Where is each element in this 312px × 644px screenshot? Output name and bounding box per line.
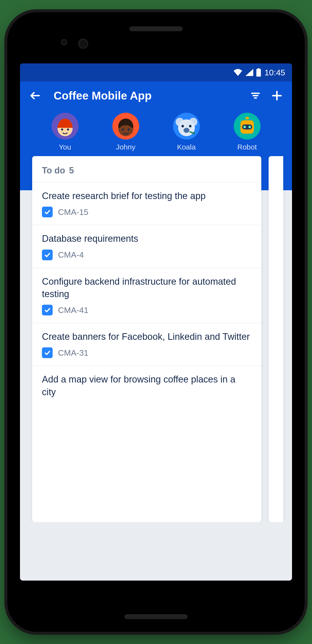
avatar-image [52, 113, 78, 140]
card[interactable]: Create research brief for testing the ap… [32, 182, 261, 225]
phone-speaker-bottom [124, 614, 188, 619]
svg-rect-1 [257, 68, 260, 70]
avatar-label: You [59, 143, 71, 151]
svg-point-22 [248, 126, 251, 128]
column-next-peek[interactable] [269, 156, 283, 522]
status-time: 10:45 [265, 68, 285, 77]
avatar-image [234, 113, 261, 140]
card[interactable]: Add a map view for browsing coffee place… [32, 366, 261, 410]
card[interactable]: Configure backend infrastructure for aut… [32, 268, 261, 323]
svg-rect-0 [257, 69, 261, 76]
svg-point-8 [122, 128, 124, 130]
svg-point-4 [61, 128, 63, 130]
phone-speaker-top [129, 26, 183, 31]
avatar-johny[interactable]: Johny [112, 113, 139, 151]
svg-point-15 [181, 125, 184, 127]
task-type-icon [42, 305, 53, 316]
avatar-koala[interactable]: Koala [173, 113, 200, 151]
card-title: Configure backend infrastructure for aut… [42, 276, 252, 300]
column-name: To do [42, 166, 65, 176]
card-title: Database requirements [42, 232, 252, 245]
avatar-image [112, 113, 139, 140]
board-area[interactable]: To do 5 Create research brief for testin… [20, 156, 292, 522]
column-header[interactable]: To do 5 [32, 156, 261, 182]
add-button[interactable] [269, 88, 285, 104]
wifi-icon [233, 69, 243, 76]
page-title: Coffee Mobile App [54, 89, 242, 102]
screen: 10:45 Coffee Mobile App [20, 64, 292, 580]
card[interactable]: Database requirements CMA-4 [32, 225, 261, 267]
card-title: Create banners for Facebook, Linkedin an… [42, 330, 252, 343]
status-bar: 10:45 [20, 64, 292, 82]
card-title: Create research brief for testing the ap… [42, 190, 252, 202]
cellular-icon [246, 69, 253, 76]
phone-camera [61, 39, 67, 45]
battery-icon [256, 68, 261, 76]
avatar-label: Robot [237, 143, 257, 151]
avatar-row: You Johny [20, 106, 292, 151]
card-key: CMA-41 [58, 306, 88, 315]
card-title: Add a map view for browsing coffee place… [42, 373, 252, 398]
svg-rect-23 [246, 117, 249, 119]
avatar-image [173, 113, 200, 140]
phone-camera [78, 38, 88, 49]
avatar-you[interactable]: You [52, 113, 78, 151]
task-type-icon [42, 250, 53, 260]
svg-point-9 [127, 128, 130, 130]
svg-point-16 [189, 125, 191, 127]
card-key: CMA-15 [58, 207, 88, 217]
card[interactable]: Create banners for Facebook, Linkedin an… [32, 323, 261, 366]
card-key: CMA-4 [58, 250, 84, 260]
card-key: CMA-31 [58, 348, 88, 358]
back-button[interactable] [27, 88, 43, 104]
svg-point-5 [67, 128, 69, 130]
card-list[interactable]: Create research brief for testing the ap… [32, 182, 261, 522]
avatar-robot[interactable]: Robot [234, 113, 261, 151]
filter-button[interactable] [248, 88, 263, 104]
svg-point-21 [243, 126, 246, 128]
avatar-label: Koala [177, 143, 196, 151]
task-type-icon [42, 347, 53, 358]
avatar-label: Johny [116, 143, 135, 151]
task-type-icon [42, 206, 53, 217]
column-todo: To do 5 Create research brief for testin… [32, 156, 261, 522]
column-count: 5 [69, 166, 74, 176]
phone-frame: 10:45 Coffee Mobile App [7, 12, 305, 632]
svg-point-14 [183, 128, 189, 133]
